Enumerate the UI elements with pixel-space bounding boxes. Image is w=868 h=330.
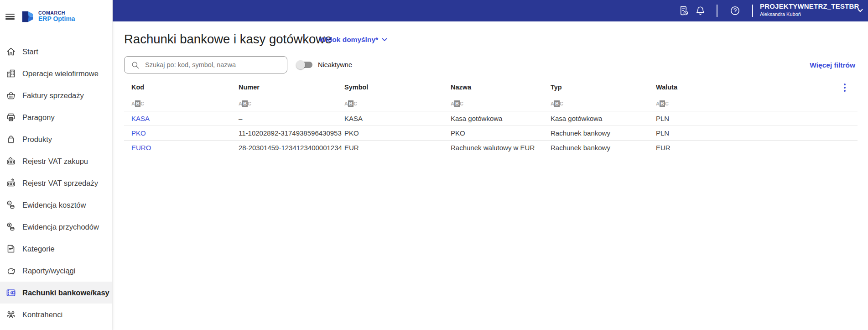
basket-icon: [5, 90, 16, 101]
text-filter-numer: ABC: [239, 99, 344, 107]
main-content: Rachunki bankowe i kasy gotówkowe Widok …: [113, 21, 868, 330]
buildings-icon: [5, 68, 16, 79]
page-title: Rachunki bankowe i kasy gotówkowe: [124, 31, 332, 47]
cell-waluta: EUR: [656, 144, 858, 152]
text-filter-kod: ABC: [131, 99, 239, 107]
cell-typ: Kasa gotówkowa: [551, 115, 656, 122]
notifications-icon[interactable]: [695, 5, 706, 16]
search-icon: [131, 61, 140, 69]
sidebar-nav: StartOperacje wielofirmoweFaktury sprzed…: [0, 41, 112, 325]
sidebar-item-kontrahenci[interactable]: Kontrahenci: [0, 304, 112, 325]
sidebar-item-faktury-sprzeda-y[interactable]: Faktury sprzedaży: [0, 84, 112, 106]
cell-typ: Rachunek bankowy: [551, 144, 656, 152]
tasks-icon[interactable]: [678, 5, 689, 16]
sidebar-item-rachunki-bankowe-kasy[interactable]: Rachunki bankowe/kasy: [0, 282, 112, 304]
user-menu[interactable]: PROJEKTYWNETRZ_TESTBR Aleksandra Kuboń: [760, 2, 859, 17]
column-header-nazwa[interactable]: Nazwa: [451, 84, 551, 91]
column-header-typ[interactable]: Typ: [551, 84, 656, 91]
text-filter-abc-icon[interactable]: ABC: [656, 101, 669, 106]
help-icon[interactable]: [729, 5, 741, 16]
sidebar-item-label: Kategorie: [22, 245, 55, 253]
document-icon: [5, 243, 16, 254]
cell-kod[interactable]: PKO: [131, 129, 239, 137]
topbar: PROJEKTYWNETRZ_TESTBR Aleksandra Kuboń: [113, 0, 868, 21]
cell-symbol: KASA: [344, 115, 451, 122]
cell-numer: 11-10202892-3174938596430953: [239, 129, 344, 137]
cash-out-icon: [5, 178, 16, 189]
accounts-table: KodNumerSymbolNazwaTypWaluta ABCABCABCAB…: [124, 79, 858, 155]
topbar-divider: [752, 5, 753, 17]
sidebar-item-label: Rejestr VAT zakupu: [22, 157, 88, 166]
cell-nazwa: Kasa gotówkowa: [451, 115, 551, 122]
comarch-logo-icon: [22, 11, 33, 22]
sidebar-item-label: Paragony: [22, 113, 55, 122]
sidebar: COMARCH ERP Optima StartOperacje wielofi…: [0, 0, 113, 330]
sidebar-item-ewidencja-przychod-w[interactable]: Ewidencja przychodów: [0, 216, 112, 238]
cell-kod[interactable]: EURO: [131, 144, 239, 152]
account-name: PROJEKTYWNETRZ_TESTBR: [760, 2, 859, 11]
search-box: [124, 56, 287, 73]
cell-symbol: EUR: [344, 144, 451, 152]
hamburger-menu-icon[interactable]: [5, 14, 15, 20]
view-selector[interactable]: Widok domyślny*: [319, 36, 387, 43]
brand-text: COMARCH ERP Optima: [38, 10, 75, 22]
sidebar-item-raporty-wyci-gi[interactable]: Raporty/wyciągi: [0, 260, 112, 282]
column-header-numer[interactable]: Numer: [239, 84, 344, 91]
text-filter-abc-icon[interactable]: ABC: [551, 101, 563, 106]
text-filter-symbol: ABC: [344, 99, 451, 107]
table-menu-kebab-icon[interactable]: [843, 83, 847, 93]
sidebar-item-rejestr-vat-sprzeda-y[interactable]: Rejestr VAT sprzedaży: [0, 172, 112, 194]
toggle-thumb: [296, 60, 305, 69]
more-filters-link[interactable]: Więcej filtrów: [810, 61, 855, 69]
piggy-bank-icon: [5, 265, 16, 276]
user-name: Aleksandra Kuboń: [760, 11, 859, 17]
chevron-down-icon[interactable]: [856, 6, 864, 15]
text-filter-abc-icon[interactable]: ABC: [131, 101, 144, 106]
view-selector-label: Widok domyślny*: [319, 36, 378, 43]
table-row-kasa[interactable]: KASA–KASAKasa gotówkowaKasa gotówkowaPLN: [124, 111, 858, 126]
sidebar-item-rejestr-vat-zakupu[interactable]: Rejestr VAT zakupu: [0, 150, 112, 172]
sidebar-item-ewidencja-koszt-w[interactable]: Ewidencja kosztów: [0, 194, 112, 216]
sidebar-item-label: Raporty/wyciągi: [22, 267, 75, 275]
inactive-toggle-label: Nieaktywne: [318, 61, 352, 69]
sidebar-item-paragony[interactable]: Paragony: [0, 106, 112, 128]
sidebar-item-label: Operacje wielofirmowe: [22, 69, 99, 78]
table-row-euro[interactable]: EURO28-20301459-1234123400001234EURRachu…: [124, 141, 858, 155]
cell-symbol: PKO: [344, 129, 451, 137]
cell-waluta: PLN: [656, 129, 858, 137]
table-body: KASA–KASAKasa gotówkowaKasa gotówkowaPLN…: [124, 111, 858, 155]
cell-waluta: PLN: [656, 115, 858, 122]
people-icon: [5, 309, 16, 320]
sidebar-item-label: Start: [22, 47, 38, 56]
sidebar-item-kategorie[interactable]: Kategorie: [0, 238, 112, 260]
brand-product: ERP Optima: [38, 16, 75, 22]
inactive-toggle[interactable]: [296, 60, 313, 70]
table-row-pko[interactable]: PKO11-10202892-3174938596430953PKOPKORac…: [124, 126, 858, 141]
table-filter-row: ABCABCABCABCABCABC: [124, 95, 858, 111]
bag-icon: [5, 134, 16, 145]
cell-nazwa: PKO: [451, 129, 551, 137]
cell-typ: Rachunek bankowy: [551, 129, 656, 137]
column-header-kod[interactable]: Kod: [131, 84, 239, 91]
sidebar-item-label: Ewidencja kosztów: [22, 201, 86, 210]
sidebar-item-start[interactable]: Start: [0, 41, 112, 63]
sidebar-item-produkty[interactable]: Produkty: [0, 128, 112, 150]
wallet-icon: [5, 287, 16, 298]
sidebar-item-label: Faktury sprzedaży: [22, 91, 84, 100]
chevron-down-icon: [382, 38, 387, 42]
text-filter-abc-icon[interactable]: ABC: [239, 101, 251, 106]
column-header-waluta[interactable]: Waluta: [656, 84, 858, 91]
cell-numer: 28-20301459-1234123400001234: [239, 144, 344, 152]
text-filter-nazwa: ABC: [451, 99, 551, 107]
cell-kod[interactable]: KASA: [131, 115, 239, 122]
text-filter-typ: ABC: [551, 99, 656, 107]
brand-logo[interactable]: COMARCH ERP Optima: [22, 10, 75, 22]
search-input[interactable]: [145, 61, 287, 68]
text-filter-abc-icon[interactable]: ABC: [451, 101, 463, 106]
sidebar-item-label: Rejestr VAT sprzedaży: [22, 179, 98, 188]
column-header-symbol[interactable]: Symbol: [344, 84, 451, 91]
sidebar-item-label: Rachunki bankowe/kasy: [22, 288, 109, 297]
cell-nazwa: Rachunek walutowy w EUR: [451, 144, 551, 152]
text-filter-abc-icon[interactable]: ABC: [344, 101, 357, 106]
sidebar-item-operacje-wielofirmowe[interactable]: Operacje wielofirmowe: [0, 63, 112, 84]
